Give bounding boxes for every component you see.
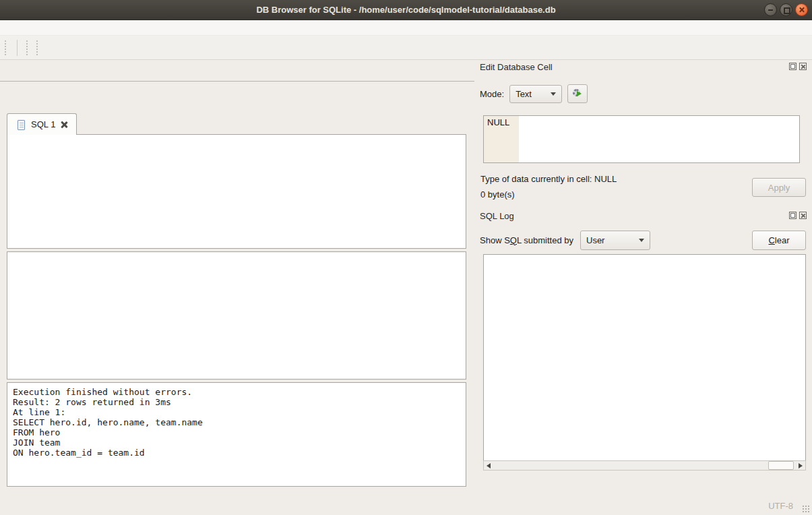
log-source-select[interactable]: User — [580, 231, 650, 250]
window-title: DB Browser for SQLite - /home/user/code/… — [256, 5, 555, 15]
chevron-down-icon — [551, 92, 556, 96]
edit-cell-title: Edit Database Cell — [480, 62, 553, 72]
window-controls — [764, 3, 808, 16]
execution-message-panel[interactable]: Execution finished without errors. Resul… — [7, 382, 466, 487]
toolbar-grip[interactable] — [36, 40, 40, 55]
cell-value-editor[interactable]: NULL — [483, 115, 800, 163]
execution-message: Execution finished without errors. Resul… — [13, 387, 460, 458]
log-horizontal-scrollbar[interactable] — [483, 460, 806, 471]
sql-editor[interactable] — [7, 134, 466, 249]
sql-log-filter-label: Show SQL submitted by — [480, 235, 573, 245]
results-panel — [7, 251, 466, 380]
toolbar-separator — [17, 40, 18, 56]
clear-log-button[interactable]: Clear — [752, 231, 806, 250]
sql-doc-tab[interactable]: SQL 1 — [7, 113, 77, 135]
minimize-icon[interactable] — [764, 3, 777, 16]
resize-grip[interactable] — [802, 505, 810, 513]
main-toolbar — [0, 36, 812, 60]
auto-switch-mode-button[interactable] — [567, 84, 588, 103]
close-dock-icon[interactable] — [799, 63, 807, 70]
cell-value: NULL — [484, 116, 519, 162]
log-source-value: User — [586, 235, 604, 245]
float-dock-icon[interactable] — [789, 63, 797, 70]
toolbar-grip[interactable] — [26, 40, 30, 55]
cell-editor-area — [519, 116, 799, 162]
float-dock-icon[interactable] — [789, 212, 797, 219]
sql-log-view[interactable] — [483, 254, 806, 471]
maximize-icon[interactable] — [780, 3, 792, 16]
mode-label: Mode: — [480, 89, 504, 99]
menu-bar — [0, 20, 812, 36]
tab-pane-border — [0, 81, 474, 82]
edit-cell-dock-buttons — [789, 63, 807, 70]
app-window: DB Browser for SQLite - /home/user/code/… — [0, 0, 812, 515]
mode-select[interactable]: Text — [509, 85, 562, 103]
gear-icon — [571, 88, 584, 100]
title-bar[interactable]: DB Browser for SQLite - /home/user/code/… — [0, 0, 812, 20]
apply-button[interactable]: Apply — [752, 178, 806, 197]
main-tab-bar — [0, 61, 474, 82]
sql-doc-tab-label: SQL 1 — [31, 119, 55, 129]
chevron-down-icon — [639, 239, 644, 242]
status-bar: UTF-8 — [0, 495, 812, 515]
sql-log-title: SQL Log — [480, 211, 514, 221]
scroll-right-icon[interactable] — [796, 461, 805, 470]
close-dock-icon[interactable] — [799, 212, 807, 219]
toolbar-grip[interactable] — [5, 40, 8, 55]
cell-size-text: 0 byte(s) — [480, 189, 515, 200]
right-dock-area: Edit Database Cell Mode: Text NULL Type … — [476, 60, 812, 495]
scroll-left-icon[interactable] — [484, 461, 493, 470]
edit-cell-toolbar: Mode: Text — [480, 84, 809, 104]
close-tab-icon[interactable] — [60, 121, 68, 129]
sql-log-dock-buttons — [789, 212, 807, 219]
cell-type-text: Type of data currently in cell: NULL — [480, 174, 617, 184]
mode-select-value: Text — [516, 89, 532, 99]
scrollbar-thumb[interactable] — [768, 461, 794, 470]
encoding-label: UTF-8 — [768, 501, 793, 511]
close-icon[interactable] — [795, 3, 808, 16]
sql-file-icon — [15, 119, 26, 130]
sql-doc-tab-bar: SQL 1 — [7, 113, 77, 135]
